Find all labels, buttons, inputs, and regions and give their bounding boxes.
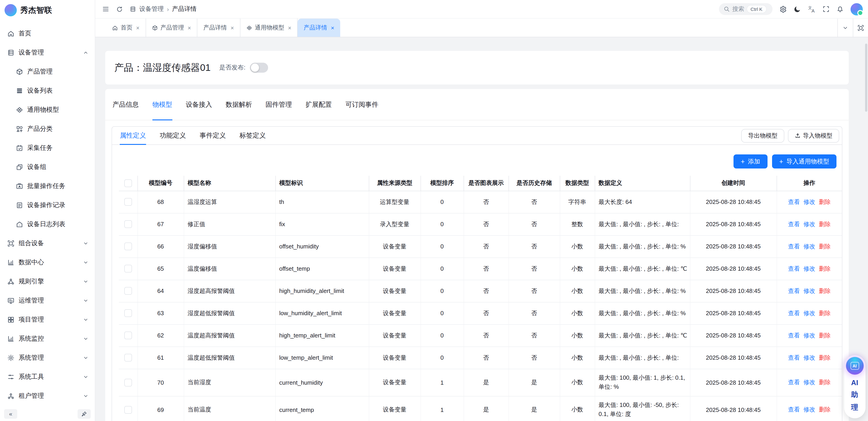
subtab-function-definition[interactable]: 功能定义 (160, 127, 186, 144)
sidebar-item-device-group[interactable]: 设备组 (0, 158, 95, 177)
subtab-tag-definition[interactable]: 标签定义 (240, 127, 266, 144)
view-link[interactable]: 查看 (788, 379, 800, 386)
delete-link[interactable]: 删除 (819, 198, 831, 205)
sidebar-item-tenant-management[interactable]: 租户管理 (0, 387, 95, 405)
close-icon[interactable]: × (288, 24, 291, 31)
settings-button[interactable] (779, 5, 787, 13)
delete-link[interactable]: 删除 (819, 332, 831, 339)
view-link[interactable]: 查看 (788, 287, 800, 294)
worktab-product-management[interactable]: 产品管理 × (146, 19, 197, 37)
view-link[interactable]: 查看 (788, 309, 800, 316)
edit-link[interactable]: 修改 (804, 354, 815, 361)
publish-toggle[interactable] (250, 63, 268, 73)
import-common-model-button[interactable]: +导入通用物模型 (772, 155, 836, 168)
collapse-sidebar-button[interactable]: « (4, 409, 17, 419)
close-icon[interactable]: × (136, 24, 140, 31)
view-link[interactable]: 查看 (788, 198, 800, 205)
vertical-scrollbar[interactable] (865, 44, 867, 112)
import-model-button[interactable]: 导入物模型 (788, 129, 839, 142)
delete-link[interactable]: 删除 (819, 354, 831, 361)
content-fullscreen-button[interactable] (852, 19, 868, 37)
sidebar-item-device-management[interactable]: 设备管理 (0, 43, 95, 62)
sidebar-item-system-monitor[interactable]: 系统监控 (0, 329, 95, 348)
edit-link[interactable]: 修改 (804, 198, 815, 205)
sidebar-item-ops-management[interactable]: 运维管理 (0, 291, 95, 310)
sidebar-item-common-model[interactable]: 通用物模型 (0, 101, 95, 119)
edit-link[interactable]: 修改 (804, 243, 815, 250)
tab-thing-model[interactable]: 物模型 (152, 89, 172, 120)
edit-link[interactable]: 修改 (804, 221, 815, 227)
add-button[interactable]: +添加 (734, 155, 768, 168)
delete-link[interactable]: 删除 (819, 287, 831, 294)
worktab-common-model[interactable]: 通用物模型 × (240, 19, 298, 37)
close-icon[interactable]: × (188, 24, 191, 31)
sidebar-item-system-management[interactable]: 系统管理 (0, 348, 95, 367)
delete-link[interactable]: 删除 (819, 265, 831, 272)
edit-link[interactable]: 修改 (804, 265, 815, 272)
sidebar-item-project-management[interactable]: 项目管理 (0, 310, 95, 329)
export-model-button[interactable]: 导出物模型 (741, 129, 784, 142)
sidebar-item-data-center[interactable]: 数据中心 (0, 253, 95, 272)
breadcrumb-section[interactable]: 设备管理 (139, 5, 164, 13)
delete-link[interactable]: 删除 (819, 221, 831, 227)
worktab-dropdown-button[interactable] (837, 19, 852, 37)
worktab-product-detail[interactable]: 产品详情 × (197, 19, 240, 37)
global-search-input[interactable]: 搜索 Ctrl K (719, 3, 772, 15)
menu-toggle-button[interactable] (102, 5, 109, 13)
sidebar-item-device-list[interactable]: 设备列表 (0, 81, 95, 101)
row-checkbox[interactable] (124, 354, 132, 362)
sidebar-item-product-category[interactable]: 产品分类 (0, 119, 95, 139)
row-checkbox[interactable] (124, 198, 132, 206)
sidebar-item-collect-task[interactable]: 采集任务 (0, 139, 95, 158)
view-link[interactable]: 查看 (788, 243, 800, 250)
edit-link[interactable]: 修改 (804, 287, 815, 294)
delete-link[interactable]: 删除 (819, 379, 831, 386)
row-checkbox[interactable] (124, 332, 132, 339)
dark-mode-button[interactable] (794, 5, 801, 13)
row-checkbox[interactable] (124, 287, 132, 295)
sidebar-item-device-log-list[interactable]: 设备日志列表 (0, 215, 95, 234)
tab-firmware[interactable]: 固件管理 (266, 89, 292, 120)
fullscreen-button[interactable] (822, 5, 830, 13)
close-icon[interactable]: × (331, 24, 334, 31)
edit-link[interactable]: 修改 (804, 332, 815, 339)
select-all-checkbox[interactable] (124, 179, 132, 187)
row-checkbox[interactable] (124, 220, 132, 228)
row-checkbox[interactable] (124, 378, 132, 386)
delete-link[interactable]: 删除 (819, 406, 831, 413)
row-checkbox[interactable] (124, 406, 132, 414)
language-button[interactable]: 文A (808, 5, 815, 13)
ai-assistant-button[interactable]: AI AI 助 理 (844, 355, 865, 418)
subtab-event-definition[interactable]: 事件定义 (199, 127, 226, 144)
sidebar-item-operation-record[interactable]: 设备操作记录 (0, 196, 95, 215)
view-link[interactable]: 查看 (788, 221, 800, 227)
tab-product-info[interactable]: 产品信息 (113, 89, 139, 120)
sidebar-item-batch-task[interactable]: 批量操作任务 (0, 177, 95, 196)
edit-link[interactable]: 修改 (804, 309, 815, 316)
view-link[interactable]: 查看 (788, 406, 800, 413)
row-checkbox[interactable] (124, 265, 132, 273)
user-avatar[interactable] (850, 3, 863, 15)
subtab-property-definition[interactable]: 属性定义 (120, 127, 146, 144)
row-checkbox[interactable] (124, 309, 132, 317)
sidebar-item-system-tools[interactable]: 系统工具 (0, 367, 95, 387)
close-icon[interactable]: × (230, 24, 234, 31)
edit-link[interactable]: 修改 (804, 406, 815, 413)
delete-link[interactable]: 删除 (819, 243, 831, 250)
tab-device-access[interactable]: 设备接入 (186, 89, 212, 120)
worktab-home[interactable]: 首页 × (106, 19, 146, 37)
refresh-button[interactable] (116, 6, 123, 12)
pin-sidebar-button[interactable] (78, 409, 91, 419)
view-link[interactable]: 查看 (788, 354, 800, 361)
view-link[interactable]: 查看 (788, 332, 800, 339)
edit-link[interactable]: 修改 (804, 379, 815, 386)
delete-link[interactable]: 删除 (819, 309, 831, 316)
notifications-button[interactable] (836, 5, 843, 13)
sidebar-item-home[interactable]: 首页 (0, 24, 95, 43)
worktab-product-detail-active[interactable]: 产品详情 × (298, 19, 340, 37)
view-link[interactable]: 查看 (788, 265, 800, 272)
tab-extension-config[interactable]: 扩展配置 (306, 89, 332, 120)
tab-subscribable-events[interactable]: 可订阅事件 (345, 89, 378, 120)
tab-data-parsing[interactable]: 数据解析 (226, 89, 252, 120)
row-checkbox[interactable] (124, 243, 132, 250)
